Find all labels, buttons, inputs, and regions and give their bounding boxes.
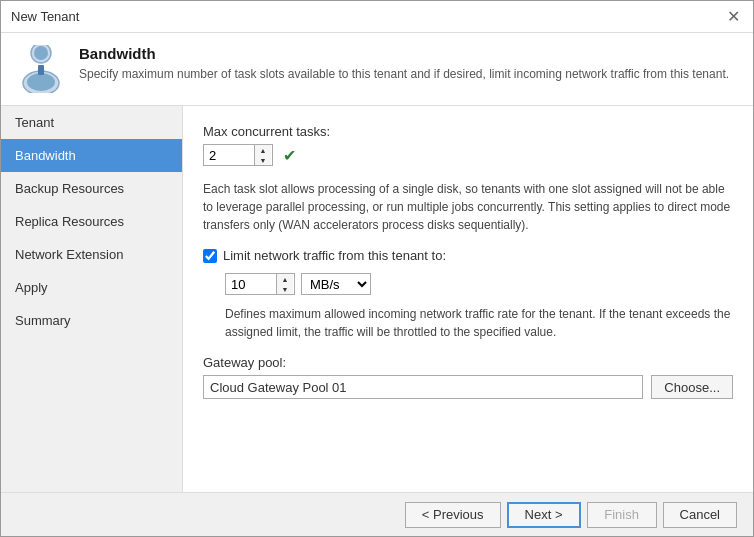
traffic-inputs: ▲ ▼ KB/s MB/s GB/s — [225, 273, 733, 295]
sidebar-item-apply[interactable]: Apply — [1, 271, 182, 304]
spinner-up-button[interactable]: ▲ — [255, 145, 271, 155]
sidebar-item-replica-resources[interactable]: Replica Resources — [1, 205, 182, 238]
sidebar-item-network-extension[interactable]: Network Extension — [1, 238, 182, 271]
valid-icon: ✔ — [283, 146, 296, 165]
spinner-arrows: ▲ ▼ — [254, 145, 271, 165]
gateway-input[interactable] — [203, 375, 643, 399]
gateway-row: Choose... — [203, 375, 733, 399]
dialog-title: New Tenant — [11, 9, 79, 24]
traffic-spinner-arrows: ▲ ▼ — [276, 274, 293, 294]
gateway-label: Gateway pool: — [203, 355, 733, 370]
traffic-spinner-down[interactable]: ▼ — [277, 284, 293, 294]
header-title: Bandwidth — [79, 45, 729, 62]
header-text: Bandwidth Specify maximum number of task… — [79, 45, 729, 83]
traffic-description: Defines maximum allowed incoming network… — [225, 305, 733, 341]
choose-button[interactable]: Choose... — [651, 375, 733, 399]
header-section: Bandwidth Specify maximum number of task… — [1, 33, 753, 106]
header-description: Specify maximum number of task slots ava… — [79, 66, 729, 83]
svg-rect-4 — [38, 65, 44, 75]
body: Tenant Bandwidth Backup Resources Replic… — [1, 106, 753, 492]
max-concurrent-input[interactable] — [204, 145, 254, 165]
tenant-icon — [17, 45, 65, 93]
title-bar: New Tenant ✕ — [1, 1, 753, 33]
new-tenant-dialog: New Tenant ✕ Bandwidth Specify maximum n… — [0, 0, 754, 537]
limit-traffic-checkbox[interactable] — [203, 249, 217, 263]
header-icon — [17, 45, 65, 93]
task-description: Each task slot allows processing of a si… — [203, 180, 733, 234]
sidebar-item-summary[interactable]: Summary — [1, 304, 182, 337]
sidebar-item-bandwidth[interactable]: Bandwidth — [1, 139, 182, 172]
main-content: Max concurrent tasks: ▲ ▼ ✔ Each task sl… — [183, 106, 753, 492]
next-button[interactable]: Next > — [507, 502, 581, 528]
close-button[interactable]: ✕ — [723, 7, 743, 27]
footer: < Previous Next > Finish Cancel — [1, 492, 753, 536]
sidebar-item-backup-resources[interactable]: Backup Resources — [1, 172, 182, 205]
limit-traffic-row: Limit network traffic from this tenant t… — [203, 248, 733, 263]
traffic-unit-select[interactable]: KB/s MB/s GB/s — [301, 273, 371, 295]
max-concurrent-input-row: ▲ ▼ ✔ — [203, 144, 733, 166]
traffic-value-input[interactable] — [226, 274, 276, 294]
spinner-down-button[interactable]: ▼ — [255, 155, 271, 165]
traffic-value-spinner[interactable]: ▲ ▼ — [225, 273, 295, 295]
previous-button[interactable]: < Previous — [405, 502, 501, 528]
max-concurrent-group: Max concurrent tasks: ▲ ▼ ✔ — [203, 124, 733, 166]
svg-point-2 — [34, 46, 48, 60]
svg-point-3 — [27, 73, 55, 91]
gateway-group: Gateway pool: Choose... — [203, 355, 733, 399]
traffic-spinner-up[interactable]: ▲ — [277, 274, 293, 284]
sidebar-item-tenant[interactable]: Tenant — [1, 106, 182, 139]
cancel-button[interactable]: Cancel — [663, 502, 737, 528]
max-concurrent-label: Max concurrent tasks: — [203, 124, 733, 139]
max-concurrent-spinner[interactable]: ▲ ▼ — [203, 144, 273, 166]
sidebar: Tenant Bandwidth Backup Resources Replic… — [1, 106, 183, 492]
limit-traffic-label[interactable]: Limit network traffic from this tenant t… — [223, 248, 446, 263]
finish-button[interactable]: Finish — [587, 502, 657, 528]
